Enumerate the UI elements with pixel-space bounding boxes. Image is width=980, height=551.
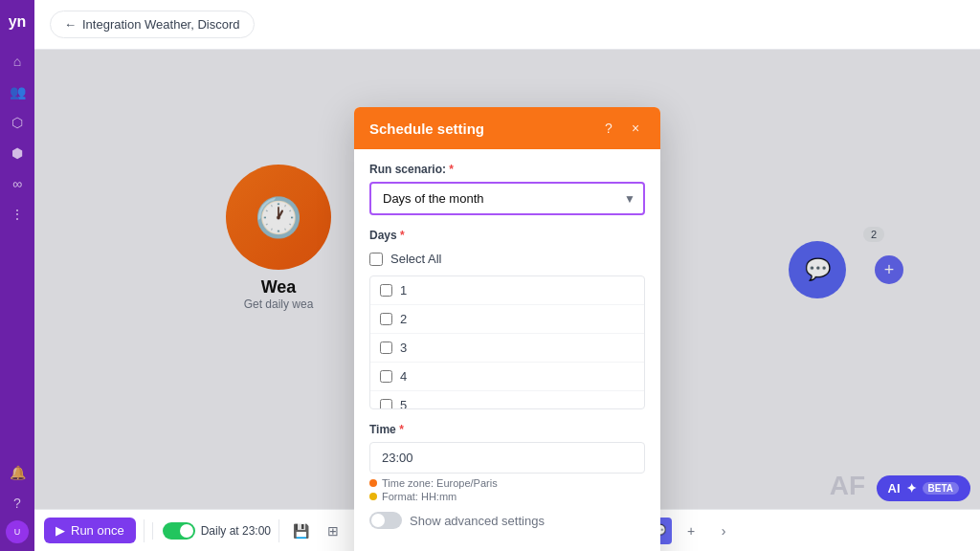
toolbar-separator-2 [278,519,279,542]
run-once-button[interactable]: ▶ Run once [44,518,136,543]
sidebar-item-more[interactable]: ⋮ [4,201,31,228]
schedule-toggle[interactable] [163,522,195,540]
run-scenario-label: Run scenario: * [369,163,645,176]
ai-label: AI [888,481,901,496]
advanced-label: Show advanced settings [410,514,545,528]
sidebar-logo: yn [9,8,27,36]
run-scenario-select-wrapper: Days of the month ▼ [369,182,645,215]
day-item-5: 5 [370,391,644,409]
required-star: * [446,163,454,176]
time-required-star: * [396,423,404,436]
chevron-right-icon[interactable]: › [710,518,737,544]
day-item-3: 3 [370,334,644,363]
modal-body: Run scenario: * Days of the month ▼ Days… [354,149,660,551]
sidebar: yn ⌂ 👥 ⬡ ⬢ ∞ ⋮ 🔔 ? U [0,0,34,551]
sidebar-item-users[interactable]: 👥 [4,78,31,105]
back-icon: ← [64,17,77,32]
day-checkbox-5[interactable] [380,399,392,409]
time-section: Time * Time zone: Europe/Paris Format: H… [369,423,645,502]
day-label-1: 1 [400,283,407,298]
main-area: ← Integration Weather, Discord 🕐 Wea Get… [34,0,980,551]
format-note: Format: HH:mm [369,491,645,502]
day-label-3: 3 [400,341,407,355]
sidebar-item-question[interactable]: ? [4,490,31,517]
canvas: 🕐 Wea Get daily wea 💬 + 2 Schedule setti… [34,50,980,509]
sparkle-icon: ✦ [906,481,917,496]
modal-title: Schedule setting [369,121,484,137]
day-checkbox-3[interactable] [380,342,392,354]
topbar-title: Integration Weather, Discord [82,17,240,32]
sidebar-item-home[interactable]: ⌂ [4,48,31,75]
help-icon[interactable]: ? [599,119,618,138]
modal-overlay: Schedule setting ? × Run scenario: * Day… [34,50,980,509]
time-notes: Time zone: Europe/Paris Format: HH:mm [369,477,645,502]
day-label-4: 4 [400,369,407,384]
time-label: Time * [369,423,645,436]
day-item-4: 4 [370,363,644,391]
day-label-5: 5 [400,398,407,409]
day-checkbox-4[interactable] [380,370,392,383]
select-all-label: Select All [390,252,441,266]
add-icon[interactable]: + [678,518,704,544]
day-item-2: 2 [370,305,644,334]
close-icon[interactable]: × [626,119,645,138]
sidebar-item-link[interactable]: ∞ [4,170,31,197]
days-label: Days * [369,229,645,242]
sidebar-item-plugins[interactable]: ⬢ [4,140,31,166]
sidebar-item-bell[interactable]: 🔔 [4,459,31,486]
advanced-toggle[interactable] [369,512,402,529]
day-label-2: 2 [400,312,407,326]
sidebar-avatar[interactable]: U [6,520,29,543]
save-icon[interactable]: 💾 [287,518,314,544]
days-list: 1 2 3 4 [369,276,645,409]
beta-badge: BETA [923,482,959,495]
day-item-1: 1 [370,276,644,305]
select-all-checkbox[interactable] [369,253,383,266]
modal-header-icons: ? × [599,119,645,138]
toolbar-separator-1 [144,519,145,542]
back-button[interactable]: ← Integration Weather, Discord [50,11,255,38]
topbar: ← Integration Weather, Discord [34,0,980,50]
grid-icon[interactable]: ⊞ [320,518,346,544]
run-once-label: Run once [71,523,124,538]
sidebar-item-share[interactable]: ⬡ [4,109,31,136]
time-input[interactable] [369,442,645,474]
timezone-dot [369,479,377,487]
format-dot [369,493,377,500]
advanced-row: Show advanced settings [369,512,645,529]
play-icon: ▶ [56,523,65,538]
af-watermark: AF [830,471,865,501]
schedule-label: Daily at 23:00 [201,524,271,538]
day-checkbox-2[interactable] [380,313,392,325]
schedule-toggle-group: Daily at 23:00 [152,522,271,540]
schedule-modal: Schedule setting ? × Run scenario: * Day… [354,107,660,551]
modal-header: Schedule setting ? × [354,107,660,149]
days-required-star: * [397,229,405,242]
day-checkbox-1[interactable] [380,284,392,297]
ai-badge[interactable]: AI ✦ BETA [877,475,970,501]
timezone-note: Time zone: Europe/Paris [369,477,645,489]
select-all-row: Select All [369,248,645,270]
run-scenario-select[interactable]: Days of the month [369,182,645,215]
days-section: Days * Select All 1 [369,229,645,409]
